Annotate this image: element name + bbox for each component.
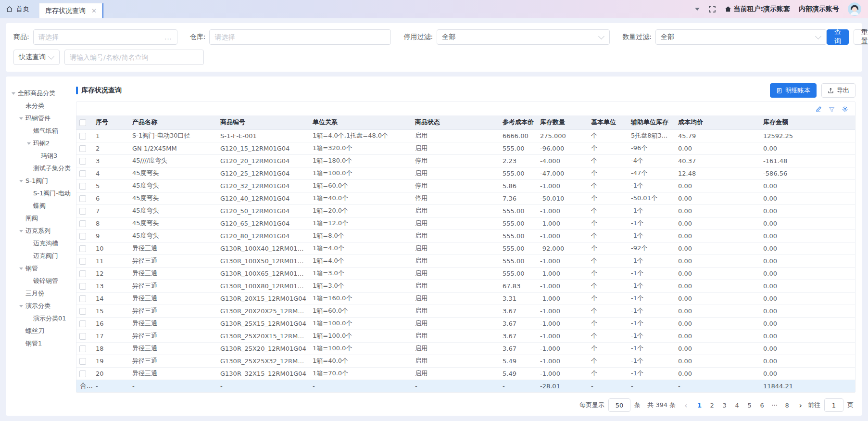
tree-item[interactable]: 迈克阀门 bbox=[8, 250, 74, 262]
cell-seq: 9 bbox=[93, 230, 129, 242]
row-checkbox[interactable] bbox=[79, 283, 86, 290]
row-checkbox[interactable] bbox=[79, 320, 86, 327]
edit-icon[interactable] bbox=[815, 106, 822, 113]
warehouse-select-input[interactable] bbox=[210, 30, 390, 44]
row-checkbox[interactable] bbox=[79, 358, 86, 365]
export-button[interactable]: 导出 bbox=[821, 83, 855, 98]
quick-query-box[interactable] bbox=[64, 50, 204, 65]
prev-page-icon[interactable]: ‹ bbox=[682, 401, 689, 410]
tree-item[interactable]: 燃气纸箱 bbox=[8, 125, 74, 137]
tree-expand-icon[interactable] bbox=[19, 180, 23, 182]
quick-query-select[interactable]: 快速查询 bbox=[13, 50, 60, 65]
select-all-cell bbox=[76, 115, 93, 129]
row-checkbox[interactable] bbox=[79, 183, 86, 190]
row-checkbox[interactable] bbox=[79, 195, 86, 202]
more-icon[interactable]: ... bbox=[164, 34, 176, 41]
row-checkbox[interactable] bbox=[79, 170, 86, 177]
row-checkbox[interactable] bbox=[79, 258, 86, 265]
tree-item[interactable]: 蝶阀 bbox=[8, 200, 74, 212]
row-checkbox[interactable] bbox=[79, 270, 86, 277]
cell-seq: 8 bbox=[93, 217, 129, 230]
tree-item-label: 测试子集分类 bbox=[33, 164, 71, 173]
tree-item[interactable]: 迈克沟槽 bbox=[8, 237, 74, 250]
cell-stock-amount: 0.00 bbox=[760, 217, 855, 230]
cell-ref-cost: 555.00 bbox=[500, 217, 537, 230]
product-select-input[interactable] bbox=[34, 30, 165, 44]
tab-close-icon[interactable]: ✕ bbox=[91, 8, 97, 14]
tree-item-label: 三月份 bbox=[25, 289, 44, 298]
page-number-8[interactable]: 8 bbox=[781, 402, 793, 409]
cell-stock-qty: -47.000 bbox=[537, 167, 588, 179]
tree-item[interactable]: 演示分类 bbox=[8, 300, 74, 312]
tree-item[interactable]: 闸阀 bbox=[8, 212, 74, 225]
page-number-2[interactable]: 2 bbox=[706, 402, 718, 409]
row-checkbox[interactable] bbox=[79, 245, 86, 252]
tree-item[interactable]: 镀锌钢管 bbox=[8, 275, 74, 287]
cell-base-unit: 个 bbox=[588, 280, 628, 292]
goto-page-input[interactable] bbox=[824, 398, 843, 412]
warehouse-select[interactable] bbox=[209, 29, 391, 45]
page-ellipsis[interactable]: ··· bbox=[768, 402, 781, 409]
next-page-icon[interactable]: › bbox=[797, 401, 804, 410]
tree-item[interactable]: S-1阀门 bbox=[8, 175, 74, 187]
cell-stock-qty: -1.000 bbox=[537, 367, 588, 380]
tree-expand-icon[interactable] bbox=[19, 117, 23, 120]
qty-filter-select[interactable]: 全部 bbox=[655, 29, 827, 45]
row-checkbox[interactable] bbox=[79, 345, 86, 352]
disable-filter-select[interactable]: 全部 bbox=[437, 29, 610, 45]
fullscreen-icon[interactable] bbox=[708, 5, 716, 13]
tree-item[interactable]: S-1阀门-电动 bbox=[8, 187, 74, 200]
row-checkbox[interactable] bbox=[79, 295, 86, 302]
tree-item[interactable]: 全部商品分类 bbox=[8, 87, 74, 100]
tab-inventory-query[interactable]: 库存状况查询 ✕ bbox=[39, 3, 103, 18]
query-button[interactable]: 查询 bbox=[827, 29, 849, 45]
product-select[interactable]: ... bbox=[33, 29, 177, 45]
row-checkbox[interactable] bbox=[79, 208, 86, 215]
reset-button[interactable]: 重置 bbox=[854, 29, 868, 45]
select-all-checkbox[interactable] bbox=[79, 119, 86, 126]
tree-expand-icon[interactable] bbox=[12, 92, 15, 95]
tree-item[interactable]: 玛钢2 bbox=[8, 137, 74, 150]
tree-item[interactable]: 测试子集分类 bbox=[8, 162, 74, 175]
row-checkbox[interactable] bbox=[79, 370, 86, 377]
cell-stock-qty: -1.000 bbox=[537, 267, 588, 280]
settings-gear-icon[interactable] bbox=[842, 106, 848, 113]
cell-status: 启用 bbox=[412, 367, 500, 380]
page-number-5[interactable]: 5 bbox=[743, 402, 756, 409]
tree-item[interactable]: 三月份 bbox=[8, 287, 74, 300]
dropdown-caret-icon[interactable] bbox=[695, 8, 700, 11]
tree-item[interactable]: 迈克系列 bbox=[8, 225, 74, 237]
tree-item[interactable]: 演示分类01 bbox=[8, 312, 74, 325]
tree-item[interactable]: 玛钢管件 bbox=[8, 112, 74, 125]
row-checkbox[interactable] bbox=[79, 158, 86, 165]
row-checkbox[interactable] bbox=[79, 233, 86, 240]
page-number-6[interactable]: 6 bbox=[756, 402, 768, 409]
tree-item[interactable]: 螺丝刀 bbox=[8, 325, 74, 337]
tree-expand-icon[interactable] bbox=[27, 142, 31, 145]
detail-ledger-button[interactable]: 明细账本 bbox=[770, 83, 817, 98]
tree-expand-icon[interactable] bbox=[19, 268, 23, 270]
page-number-3[interactable]: 3 bbox=[718, 402, 731, 409]
avatar[interactable] bbox=[848, 2, 861, 16]
tree-item[interactable]: 钢管1 bbox=[8, 337, 74, 350]
row-checkbox[interactable] bbox=[79, 145, 86, 152]
row-checkbox[interactable] bbox=[79, 220, 86, 227]
page-number-4[interactable]: 4 bbox=[731, 402, 743, 409]
tree-item[interactable]: 未分类 bbox=[8, 100, 74, 112]
filter-icon[interactable] bbox=[829, 106, 835, 113]
quick-query-input[interactable] bbox=[65, 50, 203, 64]
tree-item[interactable]: 玛钢3 bbox=[8, 150, 74, 162]
tree-expand-icon[interactable] bbox=[19, 230, 23, 232]
row-checkbox[interactable] bbox=[79, 133, 86, 140]
cell-base-unit: 个 bbox=[588, 230, 628, 242]
per-page-input[interactable] bbox=[608, 398, 630, 412]
page-number-1[interactable]: 1 bbox=[693, 402, 706, 409]
row-checkbox[interactable] bbox=[79, 333, 86, 340]
row-checkbox-cell bbox=[76, 255, 93, 267]
row-checkbox[interactable] bbox=[79, 308, 86, 315]
row-checkbox-cell bbox=[76, 367, 93, 380]
home-nav[interactable]: 首页 bbox=[6, 0, 29, 18]
tree-expand-icon[interactable] bbox=[19, 305, 23, 307]
tree-item[interactable]: 钢管 bbox=[8, 262, 74, 275]
goto-unit: 页 bbox=[847, 401, 854, 409]
